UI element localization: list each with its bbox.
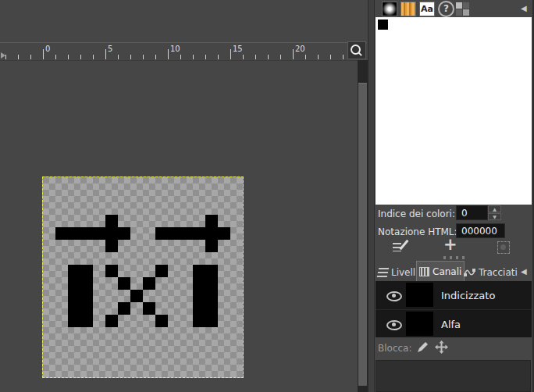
image-pixel-block xyxy=(68,265,93,327)
ruler-tick xyxy=(130,55,131,59)
color-index-spinner: ▲ ▼ xyxy=(488,205,501,220)
color-index-label: Indice dei colori: xyxy=(378,208,455,219)
layers-icon xyxy=(377,268,390,277)
tab-patterns[interactable] xyxy=(400,2,416,16)
ruler-label: 20 xyxy=(295,45,305,53)
ruler-tick xyxy=(268,55,269,59)
ruler-tick xyxy=(255,55,256,59)
empty-dock-panel xyxy=(376,360,531,392)
ruler-tick xyxy=(205,55,206,59)
vertical-scrollbar[interactable] xyxy=(358,60,368,392)
dock-divider[interactable] xyxy=(368,0,375,392)
ruler-tick xyxy=(68,55,69,59)
ruler-tick xyxy=(318,55,319,59)
move-icon xyxy=(434,340,449,355)
image-pixel-block xyxy=(105,265,118,277)
paintbrush-icon xyxy=(416,340,429,354)
ruler-label: 0 xyxy=(45,45,50,53)
image-pixel-block xyxy=(130,290,143,302)
ruler-label: 5 xyxy=(108,45,112,53)
ruler-tick xyxy=(193,55,194,59)
dock-menu-button[interactable]: ◀ xyxy=(521,4,527,13)
visibility-eye-icon[interactable] xyxy=(386,320,402,330)
image-pixel-block xyxy=(105,215,118,252)
brush-icon xyxy=(383,2,397,16)
magnifier-icon xyxy=(351,45,361,55)
colormap-palette-area[interactable] xyxy=(376,17,532,205)
ruler-tick xyxy=(305,55,306,59)
zoom-follow-window-button[interactable] xyxy=(347,41,366,59)
spinner-up-button[interactable]: ▲ xyxy=(488,205,501,212)
tab-colormap-active[interactable] xyxy=(456,2,469,16)
image-pixel-block xyxy=(205,215,218,252)
ruler-tick xyxy=(293,49,294,59)
vertical-scrollbar-thumb[interactable] xyxy=(358,83,367,386)
tab-paths[interactable]: Tracciati xyxy=(461,263,520,281)
ruler-label: 15 xyxy=(233,45,243,53)
ruler-tick xyxy=(180,55,181,59)
image-pixel-block xyxy=(155,227,230,240)
ruler-tick xyxy=(168,49,169,59)
visibility-eye-icon[interactable] xyxy=(386,291,402,301)
color-swatch-0[interactable] xyxy=(378,20,388,30)
lock-label: Blocca: xyxy=(378,343,412,354)
image-pixel-block xyxy=(143,302,155,315)
channels-icon xyxy=(419,267,429,276)
ruler-tick xyxy=(143,55,144,59)
image-canvas[interactable] xyxy=(42,176,244,378)
channel-name: Alfa xyxy=(441,319,461,330)
image-pixel-block xyxy=(143,277,155,290)
tab-brushes[interactable] xyxy=(382,2,397,16)
ruler-tick xyxy=(230,49,231,59)
ruler-tick xyxy=(155,55,156,59)
ruler-tick xyxy=(118,55,119,59)
gimp-window: 05101520 Aa ? ◀ Indice dei colori: 0 xyxy=(0,0,534,392)
ruler-label: 10 xyxy=(170,45,180,53)
channel-thumbnail[interactable] xyxy=(406,312,433,336)
ruler-tick xyxy=(80,55,81,59)
horizontal-ruler[interactable]: 05101520 xyxy=(0,42,367,61)
tab-fonts[interactable]: Aa xyxy=(419,2,435,16)
channel-row-alpha[interactable]: Alfa xyxy=(376,309,532,337)
panel-drag-handle[interactable] xyxy=(443,256,465,259)
ruler-tick xyxy=(343,55,344,59)
select-by-color-button[interactable] xyxy=(497,241,510,254)
html-notation-input[interactable]: 000000 xyxy=(456,223,505,238)
channel-thumbnail[interactable] xyxy=(406,283,433,307)
tab-channels-active[interactable]: Canali xyxy=(416,261,465,281)
edit-color-button[interactable] xyxy=(392,239,408,253)
ruler-tick xyxy=(93,55,94,59)
channel-name: Indicizzato xyxy=(441,290,495,301)
image-pixel-block xyxy=(118,277,130,290)
image-pixel-block xyxy=(193,265,218,327)
right-dock: Aa ? ◀ Indice dei colori: 0 ▲ ▼ Notazion… xyxy=(375,0,532,392)
ruler-tick xyxy=(243,55,244,59)
ruler-tick xyxy=(55,55,56,59)
channel-row-indexed[interactable]: Indicizzato xyxy=(376,281,532,309)
ruler-tick xyxy=(330,55,331,59)
paths-tab-label: Tracciati xyxy=(479,267,518,278)
ruler-tick xyxy=(43,49,44,59)
lock-position-button[interactable] xyxy=(434,340,449,358)
paths-icon xyxy=(464,267,475,277)
image-pixel-block xyxy=(105,315,118,327)
ruler-tick xyxy=(218,55,219,59)
ruler-tick xyxy=(5,55,6,59)
ruler-tick xyxy=(30,55,31,59)
image-pixel-block xyxy=(155,315,168,327)
tab-layers[interactable]: Livelli xyxy=(376,263,421,281)
layers-tab-label: Livelli xyxy=(391,267,418,278)
image-pixel-block xyxy=(155,265,168,277)
dock-menu-button[interactable]: ◀ xyxy=(521,267,527,276)
add-color-button[interactable]: + xyxy=(443,235,457,254)
color-index-input[interactable]: 0 xyxy=(456,205,488,220)
channel-list: Indicizzato Alfa xyxy=(376,281,532,337)
channels-tab-label: Canali xyxy=(433,266,461,277)
colormap-icon xyxy=(456,2,462,9)
lock-pixels-button[interactable] xyxy=(416,340,429,357)
tab-help[interactable]: ? xyxy=(438,1,454,17)
spinner-down-button[interactable]: ▼ xyxy=(488,213,501,220)
ruler-tick xyxy=(18,55,19,59)
image-pixel-block xyxy=(118,302,130,315)
ruler-tick xyxy=(280,55,281,59)
